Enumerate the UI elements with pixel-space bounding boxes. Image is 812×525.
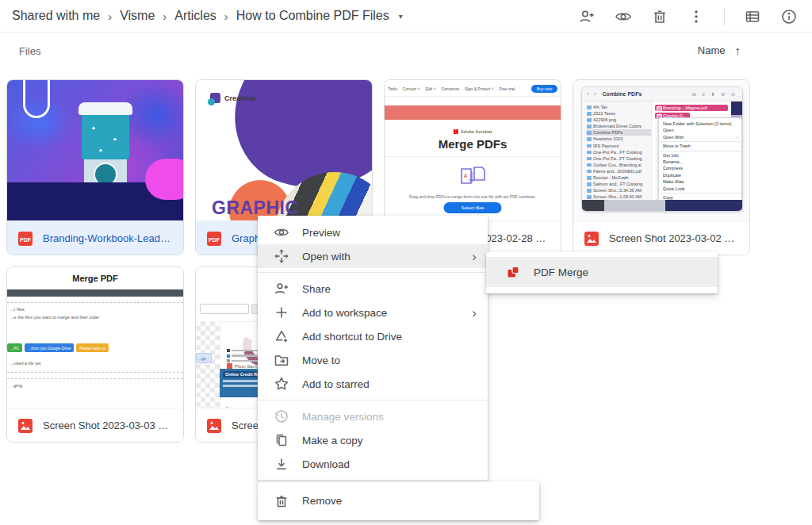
list-view-icon[interactable] [744,8,761,25]
open-with-icon [274,248,289,264]
folder-move-icon [274,352,289,368]
submenu-label: PDF Merge [534,266,588,278]
buy-now-button: Buy now [531,85,557,93]
merge-description: Drag and drop PDFs to merge them into on… [391,194,554,199]
star-icon [274,376,289,392]
sort-label[interactable]: Name [698,44,726,56]
svg-text:A: A [464,173,468,178]
menu-item-preview[interactable]: Preview [258,220,488,244]
history-icon [274,408,289,424]
menu-item-download[interactable]: Download [258,452,488,476]
image-file-icon [583,230,600,247]
finder-context-menu: New Folder with Selection (2 items)OpenO… [658,117,742,212]
finder-window: ‹ › Combine PDFs ⊞ ≡ ⬆ ⊘ ⊙ 4% Tax2022 Ta… [581,86,743,212]
mini-search-input [200,304,249,314]
creatona-logo-mark [210,93,220,103]
finder-sidebar-item: Combine PDFs [586,129,651,136]
menu-item-add-to-starred[interactable]: Add to starred [258,372,488,396]
breadcrumb-visme[interactable]: Visme [120,9,155,23]
breadcrumb-current-folder[interactable]: How to Combine PDF Files [236,9,389,23]
breadcrumb-shared-with-me[interactable]: Shared with me [12,9,100,23]
trash-icon[interactable] [651,8,668,25]
svg-text:PDF: PDF [20,236,32,242]
finder-menu-item: Compress [659,165,741,171]
finder-menu-item: Open With [659,134,741,140]
preview-eye-icon[interactable] [615,8,632,25]
thumbnail-adobe-merge-pdfs: Tools Convert ˅ Edit ˅ Compress Sign & P… [385,80,561,220]
pink-blob [145,159,183,200]
sort-ascending-arrow-icon[interactable]: ↑ [735,44,741,57]
menu-item-open-with[interactable]: Open with › [258,244,488,268]
sort-by-name[interactable]: Name ↑ [698,44,741,57]
person-add-icon[interactable] [578,8,596,25]
finder-bottom-band [582,200,742,211]
menu-item-make-a-copy[interactable]: Make a copy [258,428,488,452]
menu-item-add-to-workspace[interactable]: Add to workspace › [258,301,488,324]
finder-sidebar-item: 422906.png [586,117,651,123]
menu-label: Add shortcut to Drive [302,331,402,343]
decorative-u-shape [23,80,50,118]
breadcrumb-separator: › [224,10,228,23]
context-menu: Preview Open with › Share [258,216,488,481]
select-files-button: Select files [443,202,501,213]
finder-menu-item: Duplicate [659,172,741,178]
finder-sidebar-item: One-Pot Pa...FT Cooking [586,155,651,162]
finder-menu-item: Get Info [659,152,741,159]
folder-dropdown-caret-icon[interactable]: ▾ [399,12,403,21]
menu-separator [258,400,488,400]
adobe-nav: Tools Convert ˅ Edit ˅ Compress Sign & P… [388,83,557,94]
mini-legend-rows [227,349,259,365]
file-card-branding-workbook[interactable]: PDF Branding-Workbook-Lead-M... [6,79,184,255]
menu-label: Move to [302,354,340,366]
svg-text:PDF: PDF [209,236,220,242]
finder-sidebar-item: Headshot 2023 [586,136,651,142]
topbar-actions [578,0,798,33]
finder-sidebar-item: One-Pot Pa...FT Cooking [586,149,651,155]
finder-menu-item: Move to Trash [659,143,741,149]
finder-selected-file-1: Branding-...Magnet.pdf [655,105,728,111]
download-icon [274,456,289,472]
finder-window-title: Combine PDFs [603,91,642,97]
file-card-screenshot-0302[interactable]: ‹ › Combine PDFs ⊞ ≡ ⬆ ⊘ ⊙ 4% Tax2022 Ta… [573,79,750,255]
finder-sidebar-item: Outlaw Cus...Branding.ai [586,162,651,168]
pdf-merge-icon [505,264,521,280]
file-card-screenshot-0303[interactable]: Merge PDF ...r files ...e the files you … [6,266,184,443]
mini-chip: ...gn Pr... [196,353,212,363]
thumbnail-finder-combine-pdfs: ‹ › Combine PDFs ⊞ ≡ ⬆ ⊘ ⊙ 4% Tax2022 Ta… [573,80,749,220]
finder-sidebar: 4% Tax2022 Taxes422906.pngBridesmaid Dre… [582,102,652,200]
finder-menu-item: New Folder with Selection (2 items) [659,121,741,127]
breadcrumb: Shared with me › Visme › Articles › How … [0,9,403,23]
menu-item-share[interactable]: Share [258,277,488,301]
submenu-chevron-icon: › [472,250,477,263]
finder-sidebar-item: Screen Sho...5.34.36 AM [586,187,651,194]
creatona-logo: Creatona [210,93,255,103]
finder-toolbar: ‹ › Combine PDFs ⊞ ≡ ⬆ ⊘ ⊙ [582,87,742,102]
merge-pdf-buttons: ...PC ...from you Google Drive Please he… [7,343,109,352]
menu-item-move-to[interactable]: Move to [258,348,488,372]
pdf-file-icon: PDF [17,230,34,247]
menu-label: Preview [302,227,340,239]
more-vertical-icon[interactable] [688,8,705,25]
merge-pdfs-heading: Merge PDFs [385,137,561,151]
submenu-chevron-icon: › [472,306,477,320]
menu-label: Add to starred [302,378,370,390]
menu-item-remove[interactable]: Remove [258,481,539,520]
eye-icon [274,224,289,240]
info-icon[interactable] [780,8,798,25]
copy-icon [274,432,289,448]
finder-sidebar-item: Palms and...SIGNED.pdf [586,168,651,174]
submenu-item-pdf-merge[interactable]: PDF Merge [486,257,718,287]
breadcrumb-articles[interactable]: Articles [174,9,216,23]
file-name: Screen Shot 2023-03-02 at 1... [609,232,740,244]
menu-label: Share [302,283,331,295]
finder-menu-item: Quick Look [659,186,741,192]
salmon-banner [385,105,561,120]
finder-sidebar-item: 4% Tax [586,104,651,110]
menu-separator [258,272,488,273]
topbar: Shared with me › Visme › Articles › How … [0,0,812,33]
menu-item-add-shortcut-to-drive[interactable]: Add shortcut to Drive [258,324,488,348]
image-file-icon [17,417,34,435]
file-name: Branding-Workbook-Lead-M... [43,232,174,244]
merge-pdf-heading: Merge PDF [7,274,183,283]
image-file-icon [205,417,223,435]
